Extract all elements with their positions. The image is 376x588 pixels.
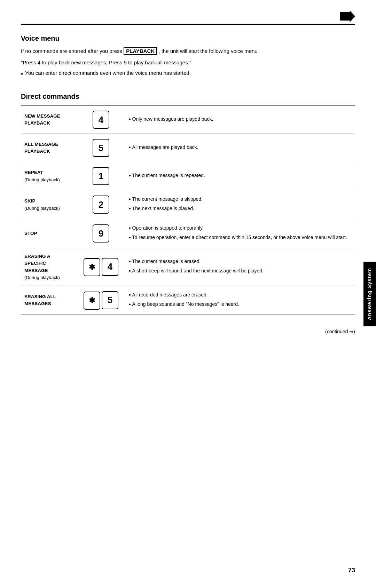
cmd-desc: All messages are played back. [125,134,355,162]
voice-menu-bullet: • You can enter direct commands even whe… [21,70,355,79]
cmd-label: SKIP(During playback) [21,190,77,219]
direct-commands-title: Direct commands [21,93,355,101]
cmd-desc: The current message is erased.A short be… [125,248,355,286]
number-key: 5 [93,139,109,157]
cmd-label: NEW MESSAGEPLAYBACK [21,106,77,134]
cmd-key: 4 [77,106,125,134]
top-arrow-container [21,10,355,22]
voice-menu-intro: If no commands are entered after you pre… [21,47,355,55]
desc-item: The current message is repeated. [129,172,352,180]
page-number: 73 [348,567,355,574]
cmd-key: 1 [77,162,125,190]
desc-item: A long beep sounds and "No messages" is … [129,300,352,309]
desc-item: A short beep will sound and the next mes… [129,267,352,275]
cmd-key: 9 [77,219,125,248]
cmd-desc: The current message is skipped.The next … [125,190,355,219]
desc-item: Operation is stopped temporarily. [129,224,352,232]
table-row: SKIP(During playback)2The current messag… [21,190,355,219]
number-key: 4 [102,258,118,276]
cmd-desc: The current message is repeated. [125,162,355,190]
footer: (continued ⇒) [21,329,355,334]
cmd-desc: Operation is stopped temporarily.To resu… [125,219,355,248]
desc-item: The current message is skipped. [129,195,352,204]
sidebar-tab: Answering System [363,262,376,326]
cmd-desc: All recorded messages are erased.A long … [125,286,355,315]
voice-menu-section: Voice menu If no commands are entered af… [21,34,355,79]
number-key: 2 [93,196,109,214]
number-key: 5 [102,291,118,309]
desc-item: The current message is erased. [129,257,352,266]
cmd-key: 2 [77,190,125,219]
star-key: ✱ [84,292,100,310]
cmd-label: REPEAT(During playback) [21,162,77,190]
page-number-container: 73 [348,567,355,574]
cmd-key: 5 [77,134,125,162]
number-key: 9 [93,224,109,243]
cmd-key: ✱5 [77,286,125,315]
cmd-label: ERASING ALLMESSAGES [21,286,77,315]
desc-item: All recorded messages are erased. [129,291,352,299]
cmd-label: ALL MESSAGEPLAYBACK [21,134,77,162]
desc-item: To resume operation, enter a direct comm… [129,233,352,242]
table-row: REPEAT(During playback)1The current mess… [21,162,355,190]
table-row: STOP9Operation is stopped temporarily.To… [21,219,355,248]
continued-text: (continued ⇒) [21,329,355,334]
top-rule [21,24,355,25]
number-key: 1 [93,167,109,185]
voice-menu-quote: "Press 4 to play back new messages; Pres… [21,59,355,67]
table-row: ERASING ALLMESSAGES✱5All recorded messag… [21,286,355,315]
direct-commands-section: Direct commands NEW MESSAGEPLAYBACK4Only… [21,93,355,315]
cmd-desc: Only new messages are played back. [125,106,355,134]
cmd-label: STOP [21,219,77,248]
table-row: ERASING ASPECIFICMESSAGE(During playback… [21,248,355,286]
table-row: NEW MESSAGEPLAYBACK4Only new messages ar… [21,106,355,134]
desc-item: The next message is played. [129,205,352,213]
desc-item: Only new messages are played back. [129,115,352,124]
number-key: 4 [93,111,109,129]
star-key: ✱ [84,258,100,276]
cmd-label: ERASING ASPECIFICMESSAGE(During playback… [21,248,77,286]
voice-menu-title: Voice menu [21,34,355,42]
desc-item: All messages are played back. [129,143,352,152]
top-arrow-icon [340,10,355,22]
table-row: ALL MESSAGEPLAYBACK5All messages are pla… [21,134,355,162]
cmd-key: ✱4 [77,248,125,286]
commands-table: NEW MESSAGEPLAYBACK4Only new messages ar… [21,105,355,315]
playback-key-label: PLAYBACK [124,47,157,55]
